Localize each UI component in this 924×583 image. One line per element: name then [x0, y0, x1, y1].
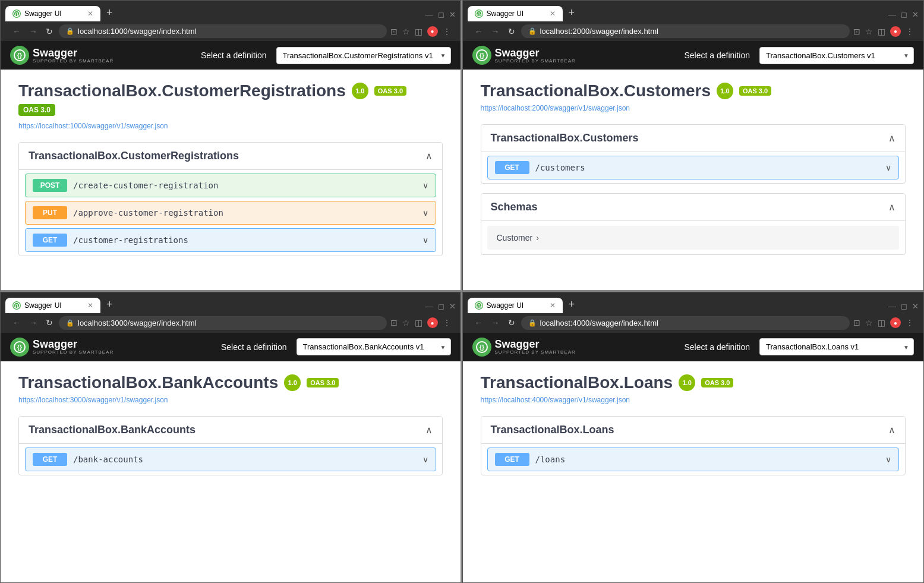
- swagger-json-link[interactable]: https://localhost:1000/swagger/v1/swagge…: [18, 122, 443, 130]
- refresh-button[interactable]: ↻: [506, 317, 518, 329]
- endpoint-row-put[interactable]: PUT /approve-customer-registration ∨: [25, 201, 436, 225]
- forward-button[interactable]: →: [27, 26, 40, 37]
- tab-title: Swagger UI: [487, 301, 546, 310]
- endpoint-row-get[interactable]: GET /customer-registrations ∨: [25, 228, 436, 252]
- new-tab-button[interactable]: +: [564, 296, 580, 313]
- swagger-json-link[interactable]: https://localhost:4000/swagger/v1/swagge…: [481, 396, 906, 404]
- extension-icon[interactable]: ◫: [415, 318, 422, 327]
- new-tab-button[interactable]: +: [564, 4, 580, 21]
- bookmark-icon[interactable]: ☆: [402, 318, 410, 327]
- select-definition-label: Select a definition: [684, 342, 750, 352]
- active-tab[interactable]: {} Swagger UI ✕: [468, 6, 563, 21]
- back-button[interactable]: ←: [10, 317, 23, 329]
- minimize-button[interactable]: —: [425, 302, 433, 311]
- oas-badge: OAS 3.0: [374, 86, 406, 96]
- menu-button[interactable]: ⋮: [443, 27, 451, 36]
- tab-close-button[interactable]: ✕: [550, 10, 556, 18]
- menu-button[interactable]: ⋮: [906, 318, 914, 327]
- close-window-button[interactable]: ✕: [449, 10, 456, 19]
- lock-icon: 🔒: [66, 27, 74, 35]
- swagger-logo-text: Swagger SUPPORTED BY SMARTBEAR: [495, 48, 576, 64]
- forward-button[interactable]: →: [489, 26, 502, 37]
- active-tab[interactable]: {} Swagger UI ✕: [5, 6, 100, 21]
- swagger-header: {} Swagger SUPPORTED BY SMARTBEAR Select…: [463, 333, 924, 361]
- profile-icon[interactable]: ●: [427, 317, 438, 328]
- endpoint-row-get[interactable]: GET /bank-accounts ∨: [25, 448, 436, 471]
- forward-button[interactable]: →: [489, 317, 502, 329]
- back-button[interactable]: ←: [10, 26, 23, 37]
- refresh-button[interactable]: ↻: [43, 317, 55, 329]
- definition-select[interactable]: TransactionalBox.BankAccounts v1: [297, 338, 451, 355]
- schemas-header[interactable]: Schemas ∧: [481, 194, 906, 221]
- definition-select[interactable]: TransactionalBox.CustomerRegistrations v…: [276, 47, 451, 64]
- endpoint-row-get[interactable]: GET /customers ∨: [487, 156, 900, 179]
- oas-green-badge: OAS 3.0: [18, 104, 55, 116]
- tab-close-button[interactable]: ✕: [550, 301, 556, 310]
- address-bar[interactable]: 🔒 localhost:1000/swagger/index.html: [59, 24, 387, 38]
- forward-button[interactable]: →: [27, 317, 40, 329]
- minimize-button[interactable]: —: [425, 10, 433, 19]
- section-header[interactable]: TransactionalBox.Loans ∧: [481, 417, 906, 444]
- select-definition-label: Select a definition: [201, 51, 267, 60]
- maximize-button[interactable]: ◻: [438, 302, 444, 311]
- profile-icon[interactable]: ●: [890, 26, 901, 37]
- extension-icon[interactable]: ◫: [878, 318, 885, 327]
- bookmark-icon[interactable]: ☆: [865, 318, 873, 327]
- back-button[interactable]: ←: [472, 317, 485, 329]
- new-tab-button[interactable]: +: [102, 4, 118, 21]
- section-header[interactable]: TransactionalBox.CustomerRegistrations ∧: [19, 143, 442, 170]
- screenshot-icon[interactable]: ⊡: [390, 318, 398, 327]
- svg-text:{}: {}: [477, 304, 481, 308]
- endpoint-row-post[interactable]: POST /create-customer-registration ∨: [25, 174, 436, 197]
- definition-select[interactable]: TransactionalBox.Loans v1: [759, 338, 914, 355]
- tab-close-button[interactable]: ✕: [87, 301, 93, 310]
- section-header[interactable]: TransactionalBox.Customers ∧: [481, 125, 906, 152]
- browser-window-2: {} Swagger UI ✕ + — ◻ ✕ ← →: [462, 0, 925, 292]
- endpoint-row-get[interactable]: GET /loans ∨: [487, 448, 900, 471]
- close-window-button[interactable]: ✕: [912, 10, 919, 19]
- chrome-bar: {} Swagger UI ✕ + — ◻ ✕ ← →: [463, 292, 924, 333]
- menu-button[interactable]: ⋮: [443, 318, 451, 327]
- tab-favicon: {}: [12, 301, 21, 310]
- bookmark-icon[interactable]: ☆: [865, 27, 873, 36]
- active-tab[interactable]: {} Swagger UI ✕: [468, 298, 563, 313]
- tab-close-button[interactable]: ✕: [87, 10, 93, 18]
- section-header[interactable]: TransactionalBox.BankAccounts ∧: [19, 417, 442, 444]
- menu-button[interactable]: ⋮: [906, 27, 914, 36]
- refresh-button[interactable]: ↻: [43, 26, 55, 37]
- schema-item[interactable]: Customer ›: [487, 226, 900, 250]
- screenshot-icon[interactable]: ⊡: [853, 318, 860, 327]
- extension-icon[interactable]: ◫: [415, 27, 422, 36]
- method-badge: POST: [33, 179, 67, 192]
- api-section-endpoints: TransactionalBox.CustomerRegistrations ∧…: [18, 142, 443, 256]
- extension-icon[interactable]: ◫: [878, 27, 885, 36]
- close-window-button[interactable]: ✕: [912, 302, 919, 311]
- definition-select[interactable]: TransactionalBox.Customers v1: [759, 47, 914, 64]
- swagger-json-link[interactable]: https://localhost:2000/swagger/v1/swagge…: [481, 104, 906, 112]
- new-tab-button[interactable]: +: [102, 296, 118, 313]
- profile-icon[interactable]: ●: [890, 317, 901, 328]
- method-badge: PUT: [33, 206, 67, 219]
- maximize-button[interactable]: ◻: [901, 10, 907, 19]
- swagger-json-link[interactable]: https://localhost:3000/swagger/v1/swagge…: [18, 396, 443, 404]
- minimize-button[interactable]: —: [888, 10, 896, 19]
- address-bar[interactable]: 🔒 localhost:3000/swagger/index.html: [59, 316, 387, 330]
- address-bar[interactable]: 🔒 localhost:2000/swagger/index.html: [521, 24, 850, 38]
- screenshot-icon[interactable]: ⊡: [853, 27, 860, 36]
- screenshot-icon[interactable]: ⊡: [390, 27, 398, 36]
- back-button[interactable]: ←: [472, 26, 485, 37]
- address-bar[interactable]: 🔒 localhost:4000/swagger/index.html: [521, 316, 850, 330]
- minimize-button[interactable]: —: [888, 302, 896, 311]
- maximize-button[interactable]: ◻: [438, 10, 444, 19]
- section-chevron: ∧: [888, 424, 895, 436]
- api-title-row: TransactionalBox.BankAccounts 1.0 OAS 3.…: [18, 373, 443, 392]
- toolbar-icons: ⊡ ☆ ◫ ● ⋮: [853, 317, 914, 328]
- maximize-button[interactable]: ◻: [901, 302, 907, 311]
- bookmark-icon[interactable]: ☆: [402, 27, 410, 36]
- refresh-button[interactable]: ↻: [506, 26, 518, 37]
- active-tab[interactable]: {} Swagger UI ✕: [5, 298, 100, 313]
- close-window-button[interactable]: ✕: [449, 302, 456, 311]
- swagger-brand-name: Swagger: [495, 48, 576, 58]
- profile-icon[interactable]: ●: [427, 26, 438, 37]
- endpoint-path: /loans: [535, 455, 880, 464]
